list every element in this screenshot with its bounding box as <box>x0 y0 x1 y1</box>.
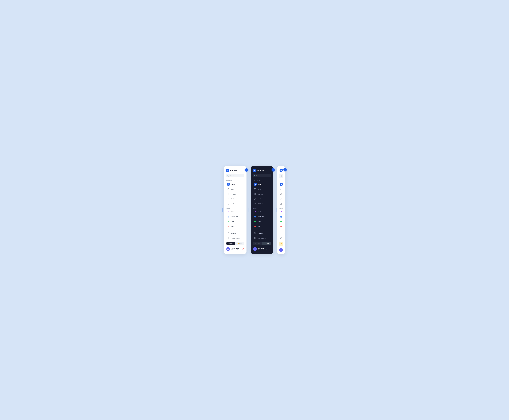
nav-item-profile-light[interactable]: Profile <box>226 196 244 201</box>
theme-toggle-icon[interactable] <box>279 241 284 247</box>
svg-point-28 <box>255 211 256 212</box>
svg-point-26 <box>255 198 255 199</box>
nav-item-gifts-icon[interactable] <box>279 224 284 229</box>
nav-item-costs-dark[interactable]: $ Costs › <box>253 219 271 224</box>
activities-icon-dark <box>254 193 256 195</box>
svg-text:DN: DN <box>227 249 229 250</box>
brand-name-light: HOPTEK <box>230 170 238 172</box>
logout-button-light[interactable] <box>242 248 244 250</box>
nav-item-activities-dark[interactable]: Activities <box>253 192 271 196</box>
avatar-icon[interactable]: DN <box>279 248 283 252</box>
nav-item-inbox-light[interactable]: Inbox <box>226 187 244 191</box>
nav-item-inbox-icon[interactable] <box>279 187 284 192</box>
nav-item-slack-dark[interactable]: Slack › <box>253 209 271 214</box>
theme-dark-btn-dark[interactable]: 🌙 Dark <box>262 242 271 245</box>
nav-item-help-dark[interactable]: Help & Support <box>253 236 271 240</box>
nav-item-home-light[interactable]: Home <box>226 182 244 187</box>
brand-name-dark: HOPTEK <box>257 170 264 172</box>
search-icon-only[interactable] <box>279 174 283 178</box>
svg-point-48 <box>281 199 281 199</box>
nav-label-costs-light: Costs <box>231 221 242 222</box>
svg-point-29 <box>255 211 255 212</box>
nav-item-notifications-light[interactable]: Notifications <box>226 202 244 206</box>
theme-light-btn[interactable]: ☀ Light <box>226 242 235 245</box>
search-box-dark[interactable]: 🔍 <box>253 174 271 177</box>
nav-label-downloads-light: Downloads <box>231 216 242 218</box>
nav-item-settings-icon[interactable] <box>279 231 284 236</box>
home-icon-only <box>280 183 283 186</box>
sun-icon-dark: ☀ <box>255 243 256 244</box>
downloads-arrow-light: › <box>243 216 243 217</box>
avatar-dark: DN <box>253 247 257 251</box>
nav-item-costs-light[interactable]: $ Costs › <box>226 219 244 224</box>
nav-item-downloads-dark[interactable]: Downloads › <box>253 214 271 219</box>
user-name-dark: Design Nerd <box>258 248 268 249</box>
nav-label-notifications-light: Notifications <box>231 203 243 205</box>
gifts-arrow-dark: › <box>270 226 270 227</box>
costs-icon-light: $ <box>227 220 230 223</box>
inbox-icon-light <box>227 188 230 190</box>
svg-point-46 <box>280 194 282 195</box>
user-email-light: Cuteprannie@gmail.com <box>231 249 241 250</box>
nav-item-activities-light[interactable]: Activities <box>226 192 244 196</box>
gifts-icon-light <box>227 225 230 228</box>
theme-dark-btn[interactable]: 🌙 Dark <box>235 242 244 245</box>
nav-item-notifications-dark[interactable]: Notifications <box>253 202 271 206</box>
bottom-section-light: Settings Help & Support ☀ Light 🌙 Dark D… <box>226 229 244 252</box>
svg-point-21 <box>253 169 256 172</box>
notifications-icon-light <box>227 202 230 205</box>
notifications-icon-only <box>280 202 283 205</box>
sun-icon: ☀ <box>228 243 230 244</box>
nav-item-gifts-dark[interactable]: Gifts › <box>253 224 271 229</box>
nav-item-help-light[interactable]: Help & Support <box>226 236 244 240</box>
section-label-dashboard-dark: DASHBOARD <box>253 180 271 181</box>
search-icon-dark: 🔍 <box>254 175 255 177</box>
svg-point-16 <box>228 237 229 239</box>
svg-point-59 <box>280 237 282 239</box>
costs-icon-only: $ <box>280 220 283 223</box>
nav-item-profile-icon[interactable] <box>279 197 284 202</box>
nav-item-downloads-icon[interactable] <box>279 214 284 219</box>
logo-row: HOPTEK <box>226 169 244 172</box>
nav-item-costs-icon[interactable]: $ <box>279 219 284 224</box>
nav-label-inbox-light: Inbox <box>231 188 243 190</box>
logout-button-dark[interactable] <box>269 248 271 250</box>
sidebar-toggle-light[interactable]: ‹ <box>245 168 248 172</box>
svg-point-52 <box>281 212 282 212</box>
nav-item-home-icon[interactable] <box>279 182 284 187</box>
svg-point-4 <box>228 194 229 194</box>
theme-light-btn-dark[interactable]: ☀ Light <box>253 242 262 245</box>
home-icon-light <box>227 183 230 186</box>
nav-item-home-dark[interactable]: Home <box>253 182 271 187</box>
costs-arrow-light: › <box>243 221 243 222</box>
svg-point-5 <box>228 198 229 199</box>
nav-item-activities-icon[interactable] <box>279 192 284 196</box>
logo-row-icon <box>279 169 283 172</box>
nav-item-gifts-light[interactable]: Gifts › <box>226 224 244 229</box>
logo-icon-only <box>279 169 283 172</box>
search-icon-light: 🔍 <box>227 175 229 177</box>
svg-point-44 <box>281 175 282 177</box>
svg-line-65 <box>282 244 282 244</box>
nav-item-slack-icon[interactable] <box>279 210 284 214</box>
search-box-light[interactable]: 🔍 <box>226 174 244 177</box>
nav-item-slack-light[interactable]: Slack › <box>226 209 244 214</box>
theme-switcher-dark: ☀ Light 🌙 Dark <box>253 242 271 245</box>
nav-label-activities-light: Activities <box>231 193 243 195</box>
nav-item-settings-light[interactable]: Settings <box>226 231 244 235</box>
profile-icon-light <box>227 197 230 200</box>
svg-point-30 <box>255 212 256 212</box>
nav-label-help-dark: Help & Support <box>258 237 270 239</box>
nav-item-notifications-icon[interactable] <box>279 202 284 206</box>
sidebar-toggle-icon[interactable]: › <box>284 168 287 171</box>
nav-item-settings-dark[interactable]: Settings <box>253 231 271 235</box>
user-row-dark: DN Design Nerd Cuteprannie@gmail.com <box>253 247 271 252</box>
nav-item-help-icon[interactable] <box>279 236 284 240</box>
search-input-light[interactable] <box>230 175 243 177</box>
svg-point-51 <box>281 211 281 212</box>
nav-item-downloads-light[interactable]: Downloads › <box>226 214 244 219</box>
sidebar-toggle-dark[interactable]: ‹ <box>271 168 275 172</box>
nav-item-profile-dark[interactable]: Profile <box>253 196 271 201</box>
nav-item-inbox-dark[interactable]: Inbox <box>253 187 271 191</box>
search-input-dark[interactable] <box>256 175 270 177</box>
